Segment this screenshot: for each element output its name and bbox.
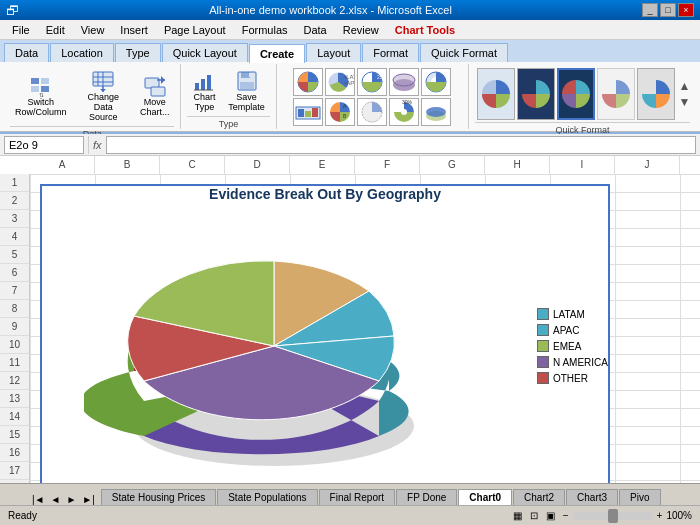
svg-rect-21 bbox=[249, 73, 251, 77]
chart-container[interactable]: Evidence Break Out By Geography bbox=[40, 184, 610, 483]
move-chart-button[interactable]: MoveChart... bbox=[135, 71, 174, 121]
tab-format[interactable]: Format bbox=[362, 43, 419, 62]
tab-final-report[interactable]: Final Report bbox=[319, 489, 395, 505]
format-thumb-1[interactable] bbox=[477, 68, 515, 120]
menu-view[interactable]: View bbox=[73, 22, 113, 38]
layout-thumb-8[interactable] bbox=[357, 98, 387, 126]
tab-nav-next[interactable]: ► bbox=[64, 494, 78, 505]
ribbon-group-data-items: ⇅ SwitchRow/Column bbox=[10, 66, 174, 126]
tab-nav-prev[interactable]: ◄ bbox=[49, 494, 63, 505]
save-template-label: SaveTemplate bbox=[228, 93, 265, 113]
tab-chart0[interactable]: Chart0 bbox=[458, 489, 512, 505]
tab-create[interactable]: Create bbox=[249, 44, 305, 63]
layout-thumb-9[interactable]: 30% bbox=[389, 98, 419, 126]
format-thumb-5[interactable] bbox=[637, 68, 675, 120]
tab-nav-first[interactable]: |◄ bbox=[30, 494, 47, 505]
tab-quick-layout[interactable]: Quick Layout bbox=[162, 43, 248, 62]
ribbon-content: ⇅ SwitchRow/Column bbox=[0, 62, 700, 132]
chart-type-button[interactable]: ChartType bbox=[187, 66, 221, 116]
row-header-18: 18 bbox=[0, 480, 29, 483]
status-bar: Ready ▦ ⊡ ▣ − + 100% bbox=[0, 505, 700, 525]
ribbon-tab-bar: Data Location Type Quick Layout Create L… bbox=[0, 40, 700, 62]
format-scroll-down[interactable]: ▼ bbox=[679, 95, 691, 109]
legend-emea: EMEA bbox=[537, 340, 608, 352]
view-page-layout-icon[interactable]: ⊡ bbox=[530, 510, 538, 521]
ribbon: Data Location Type Quick Layout Create L… bbox=[0, 40, 700, 134]
view-normal-icon[interactable]: ▦ bbox=[513, 510, 522, 521]
change-data-source-label: ChangeData Source bbox=[78, 93, 128, 123]
zoom-slider[interactable] bbox=[573, 512, 653, 520]
tab-type[interactable]: Type bbox=[115, 43, 161, 62]
close-button[interactable]: × bbox=[678, 3, 694, 17]
tab-layout[interactable]: Layout bbox=[306, 43, 361, 62]
menu-edit[interactable]: Edit bbox=[38, 22, 73, 38]
name-box[interactable] bbox=[4, 136, 84, 154]
svg-rect-33 bbox=[298, 109, 304, 117]
legend-color-other bbox=[537, 372, 549, 384]
zoom-increase[interactable]: + bbox=[657, 510, 663, 521]
save-template-icon bbox=[235, 69, 259, 93]
layout-thumb-5[interactable] bbox=[421, 68, 451, 96]
cells-and-row-headers: 1 2 3 4 5 6 7 8 9 10 11 12 13 14 15 16 1 bbox=[0, 174, 700, 483]
view-page-break-icon[interactable]: ▣ bbox=[546, 510, 555, 521]
tab-location[interactable]: Location bbox=[50, 43, 114, 62]
format-thumb-4[interactable] bbox=[597, 68, 635, 120]
legend-apac: APAC bbox=[537, 324, 608, 336]
status-right: ▦ ⊡ ▣ − + 100% bbox=[513, 510, 692, 521]
layout-thumb-7[interactable]: A B bbox=[325, 98, 355, 126]
svg-point-42 bbox=[426, 107, 446, 117]
tab-nav-last[interactable]: ►| bbox=[80, 494, 97, 505]
svg-rect-19 bbox=[241, 72, 250, 78]
minimize-button[interactable]: _ bbox=[642, 3, 658, 17]
row-header-7: 7 bbox=[0, 282, 29, 300]
tab-state-populations[interactable]: State Populations bbox=[217, 489, 317, 505]
sheet-tab-nav: |◄ ◄ ► ►| bbox=[30, 494, 97, 505]
svg-text:▪APAC: ▪APAC bbox=[344, 80, 354, 86]
menu-formulas[interactable]: Formulas bbox=[234, 22, 296, 38]
tab-quick-format[interactable]: Quick Format bbox=[420, 43, 508, 62]
legend-n-america: N AMERICA bbox=[537, 356, 608, 368]
tab-pivo[interactable]: Pivo bbox=[619, 489, 660, 505]
tab-chart2[interactable]: Chart2 bbox=[513, 489, 565, 505]
layout-thumbs: ▪LATAM ▪APAC 25% bbox=[291, 66, 453, 128]
format-thumb-3[interactable] bbox=[557, 68, 595, 120]
row-header-10: 10 bbox=[0, 336, 29, 354]
tab-fp-done[interactable]: FP Done bbox=[396, 489, 457, 505]
col-header-h: H bbox=[485, 156, 550, 174]
zoom-decrease[interactable]: − bbox=[563, 510, 569, 521]
legend-color-n-america bbox=[537, 356, 549, 368]
format-thumb-2[interactable] bbox=[517, 68, 555, 120]
svg-point-39 bbox=[401, 109, 407, 115]
menu-file[interactable]: File bbox=[4, 22, 38, 38]
tab-state-housing-prices[interactable]: State Housing Prices bbox=[101, 489, 216, 505]
ribbon-group-quick-layout: ▪LATAM ▪APAC 25% bbox=[277, 64, 469, 129]
change-data-source-button[interactable]: ChangeData Source bbox=[73, 66, 133, 126]
ribbon-group-type-items: ChartType SaveTemplate bbox=[187, 66, 269, 116]
col-header-g: G bbox=[420, 156, 485, 174]
svg-rect-0 bbox=[31, 78, 39, 84]
main-area: A B C D E F G H I J K L M N O 1 2 bbox=[0, 156, 700, 483]
layout-thumb-4[interactable] bbox=[389, 68, 419, 96]
format-scroll-up[interactable]: ▲ bbox=[679, 79, 691, 93]
formula-input[interactable] bbox=[106, 136, 696, 154]
maximize-button[interactable]: □ bbox=[660, 3, 676, 17]
row-header-12: 12 bbox=[0, 372, 29, 390]
save-template-button[interactable]: SaveTemplate bbox=[223, 66, 269, 116]
tab-data[interactable]: Data bbox=[4, 43, 49, 62]
move-chart-label: MoveChart... bbox=[140, 98, 170, 118]
layout-thumb-10[interactable] bbox=[421, 98, 451, 126]
layout-thumb-1[interactable] bbox=[293, 68, 323, 96]
switch-row-column-button[interactable]: ⇅ SwitchRow/Column bbox=[10, 71, 71, 121]
layout-thumb-3[interactable]: 25% bbox=[357, 68, 387, 96]
svg-rect-35 bbox=[312, 108, 318, 117]
menu-review[interactable]: Review bbox=[335, 22, 387, 38]
layout-thumb-6[interactable] bbox=[293, 98, 323, 126]
layout-thumb-2[interactable]: ▪LATAM ▪APAC bbox=[325, 68, 355, 96]
menu-insert[interactable]: Insert bbox=[112, 22, 156, 38]
menu-page-layout[interactable]: Page Layout bbox=[156, 22, 234, 38]
menu-chart-tools[interactable]: Chart Tools bbox=[387, 22, 463, 38]
row-header-11: 11 bbox=[0, 354, 29, 372]
tab-chart3[interactable]: Chart3 bbox=[566, 489, 618, 505]
zoom-thumb bbox=[608, 509, 618, 523]
menu-data[interactable]: Data bbox=[296, 22, 335, 38]
